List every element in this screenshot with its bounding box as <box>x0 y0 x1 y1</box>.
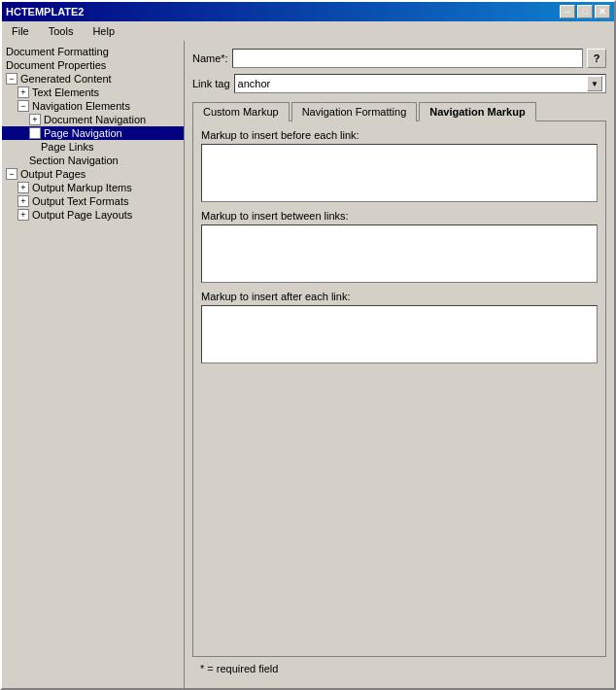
output-pages-label: Output Pages <box>20 168 86 180</box>
navigation-elements-expand-icon[interactable]: − <box>17 100 29 112</box>
generated-content-expand-icon[interactable]: − <box>6 73 17 85</box>
output-text-formats-label: Output Text Formats <box>32 195 128 207</box>
name-field-row: Name*: ? <box>192 49 606 68</box>
sidebar-item-output-markup-items[interactable]: + Output Markup Items <box>2 181 184 194</box>
section-navigation-label: Section Navigation <box>29 155 119 166</box>
window-title: HCTEMPLATE2 <box>6 6 84 17</box>
tabs-wrapper: Custom Markup Navigation Formatting Navi… <box>192 101 606 657</box>
markup-between-links-label: Markup to insert between links: <box>201 210 598 222</box>
content-area: Name*: ? Link tag anchor ▼ Custom Markup… <box>185 41 614 688</box>
sidebar-item-page-navigation[interactable]: − Page Navigation <box>2 126 184 140</box>
help-button[interactable]: ? <box>587 49 606 68</box>
menu-bar: File Tools Help <box>2 21 614 41</box>
doc-properties-label: Document Properties <box>6 59 106 71</box>
sidebar: Document Formatting Document Properties … <box>2 41 185 688</box>
page-navigation-expand-icon[interactable]: − <box>29 127 41 139</box>
title-bar: HCTEMPLATE2 ─ □ ✕ <box>2 2 614 21</box>
markup-between-links-textarea[interactable] <box>201 224 598 283</box>
sidebar-item-section-navigation[interactable]: Section Navigation <box>2 154 184 167</box>
link-tag-row: Link tag anchor ▼ <box>192 74 606 93</box>
output-page-layouts-expand-icon[interactable]: + <box>17 209 29 221</box>
markup-after-links-section: Markup to insert after each link: <box>201 291 598 363</box>
generated-content-label: Generated Content <box>20 73 112 85</box>
markup-before-links-section: Markup to insert before each link: <box>201 129 598 202</box>
required-note: * = required field <box>192 657 606 680</box>
output-text-formats-expand-icon[interactable]: + <box>17 195 29 207</box>
sidebar-item-doc-properties[interactable]: Document Properties <box>2 58 184 72</box>
sidebar-item-output-pages[interactable]: − Output Pages <box>2 167 184 181</box>
menu-file[interactable]: File <box>6 23 35 39</box>
name-label: Name*: <box>192 52 228 64</box>
tab-custom-markup[interactable]: Custom Markup <box>192 102 290 121</box>
page-navigation-label: Page Navigation <box>44 127 122 139</box>
text-elements-label: Text Elements <box>32 86 99 98</box>
sidebar-item-document-navigation[interactable]: + Document Navigation <box>2 113 184 126</box>
markup-after-links-label: Markup to insert after each link: <box>201 291 598 302</box>
navigation-elements-label: Navigation Elements <box>32 100 130 112</box>
main-area: Document Formatting Document Properties … <box>2 41 614 688</box>
tabs-container: Markup to insert before each link: Marku… <box>192 121 606 657</box>
link-tag-select[interactable]: anchor ▼ <box>234 74 606 93</box>
sidebar-item-output-text-formats[interactable]: + Output Text Formats <box>2 194 184 208</box>
sidebar-item-text-elements[interactable]: + Text Elements <box>2 86 184 99</box>
window-controls: ─ □ ✕ <box>560 5 610 18</box>
sidebar-item-generated-content[interactable]: − Generated Content <box>2 72 184 86</box>
markup-between-links-section: Markup to insert between links: <box>201 210 598 283</box>
markup-before-links-label: Markup to insert before each link: <box>201 129 598 141</box>
markup-after-links-textarea[interactable] <box>201 305 598 363</box>
sidebar-item-output-page-layouts[interactable]: + Output Page Layouts <box>2 208 184 222</box>
close-button[interactable]: ✕ <box>595 5 610 18</box>
sidebar-item-navigation-elements[interactable]: − Navigation Elements <box>2 99 184 113</box>
name-input[interactable] <box>232 49 583 68</box>
menu-help[interactable]: Help <box>86 23 120 39</box>
doc-formatting-label: Document Formatting <box>6 46 109 57</box>
output-page-layouts-label: Output Page Layouts <box>32 209 132 221</box>
output-markup-items-expand-icon[interactable]: + <box>17 182 29 193</box>
tab-navigation-formatting[interactable]: Navigation Formatting <box>291 102 418 121</box>
link-tag-value: anchor <box>238 78 271 89</box>
markup-before-links-textarea[interactable] <box>201 144 598 202</box>
sidebar-item-page-links[interactable]: Page Links <box>2 140 184 154</box>
main-window: HCTEMPLATE2 ─ □ ✕ File Tools Help Docume… <box>0 0 616 690</box>
output-markup-items-label: Output Markup Items <box>32 182 132 193</box>
tab-bar: Custom Markup Navigation Formatting Navi… <box>192 101 606 121</box>
document-navigation-expand-icon[interactable]: + <box>29 114 41 125</box>
text-elements-expand-icon[interactable]: + <box>17 86 29 98</box>
document-navigation-label: Document Navigation <box>44 114 146 125</box>
output-pages-expand-icon[interactable]: − <box>6 168 17 180</box>
sidebar-item-doc-formatting[interactable]: Document Formatting <box>2 45 184 58</box>
menu-tools[interactable]: Tools <box>43 23 80 39</box>
select-arrow-icon: ▼ <box>587 76 602 91</box>
minimize-button[interactable]: ─ <box>560 5 575 18</box>
link-tag-label: Link tag <box>192 78 230 89</box>
page-links-label: Page Links <box>41 141 93 153</box>
maximize-button[interactable]: □ <box>577 5 593 18</box>
tab-content: Markup to insert before each link: Marku… <box>193 121 605 656</box>
tab-navigation-markup[interactable]: Navigation Markup <box>419 102 535 121</box>
